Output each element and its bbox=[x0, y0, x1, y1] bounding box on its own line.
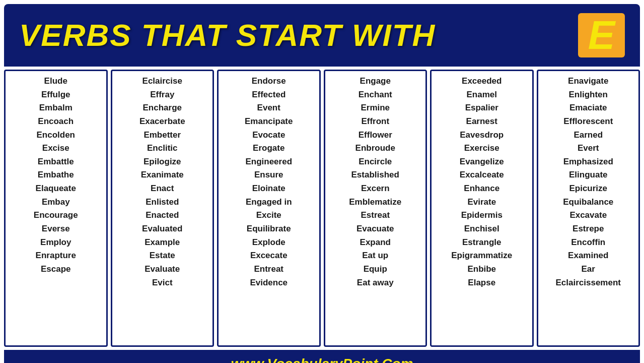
list-item: Eclaircise bbox=[142, 75, 182, 88]
list-item: Epilogize bbox=[144, 156, 181, 168]
list-item: Estrangle bbox=[462, 236, 501, 249]
list-item: Enbroude bbox=[355, 142, 395, 155]
list-item: Elude bbox=[44, 75, 67, 88]
list-item: Emblematize bbox=[349, 196, 401, 209]
list-item: Example bbox=[145, 236, 180, 249]
list-item: Explode bbox=[252, 236, 285, 249]
footer-url: www.VocabularyPoint.Com bbox=[231, 356, 413, 363]
list-item: Enact bbox=[151, 183, 174, 195]
list-item: Evaluated bbox=[142, 223, 182, 235]
list-item: Earned bbox=[574, 129, 603, 142]
column-5: ExceededEnamelEspalierEarnestEavesdropEx… bbox=[430, 70, 534, 347]
list-item: Elapse bbox=[468, 277, 495, 289]
list-item: Eavesdrop bbox=[460, 129, 504, 142]
list-item: Equibalance bbox=[563, 196, 613, 209]
list-item: Enavigate bbox=[568, 75, 608, 88]
list-item: Evict bbox=[152, 277, 173, 289]
list-item: Ensure bbox=[254, 169, 283, 182]
list-item: Evocate bbox=[252, 129, 285, 142]
list-item: Estrepe bbox=[573, 223, 604, 235]
list-item: Enamel bbox=[467, 89, 497, 101]
list-item: Epigrammatize bbox=[451, 250, 512, 262]
header-title: VERBS THAT START WITH bbox=[19, 20, 436, 51]
list-item: Emancipate bbox=[245, 115, 293, 128]
list-item: Established bbox=[351, 169, 399, 182]
list-item: Eat away bbox=[357, 277, 394, 289]
list-item: Everse bbox=[42, 223, 70, 235]
list-item: Embay bbox=[42, 196, 70, 209]
list-item: Espalier bbox=[465, 102, 498, 114]
list-item: Enrapture bbox=[36, 250, 76, 262]
list-item: Engaged in bbox=[246, 196, 292, 209]
list-item: Emaciate bbox=[569, 102, 607, 114]
list-item: Encoffin bbox=[571, 236, 605, 249]
list-item: Efflower bbox=[359, 129, 392, 142]
footer: www.VocabularyPoint.Com bbox=[4, 350, 640, 363]
list-item: Exacerbate bbox=[139, 115, 185, 128]
list-item: Eclaircissement bbox=[556, 277, 621, 289]
list-item: Elaqueate bbox=[36, 183, 76, 195]
list-item: Elinguate bbox=[569, 169, 608, 182]
list-item: Evirate bbox=[467, 196, 496, 209]
list-item: Evaluate bbox=[145, 263, 180, 276]
list-item: Embattle bbox=[38, 156, 74, 168]
list-item: Exercise bbox=[464, 142, 499, 155]
list-item: Evidence bbox=[250, 277, 288, 289]
list-item: Encharge bbox=[143, 102, 182, 114]
column-4: EngageEnchantErmineEffrontEfflowerEnbrou… bbox=[324, 70, 427, 347]
list-item: Ear bbox=[582, 263, 595, 276]
list-item: Effected bbox=[252, 89, 285, 101]
list-item: Excalceate bbox=[460, 169, 504, 182]
list-item: Enclitic bbox=[147, 142, 177, 155]
list-item: Embalm bbox=[39, 102, 73, 114]
list-item: Effulge bbox=[41, 89, 70, 101]
list-item: Effront bbox=[361, 115, 389, 128]
list-item: Excavate bbox=[569, 209, 607, 222]
header-letter: E bbox=[578, 13, 625, 57]
list-item: Excite bbox=[256, 209, 281, 222]
list-item: Epicurize bbox=[569, 183, 607, 195]
list-item: Enhance bbox=[464, 183, 499, 195]
list-item: Enchant bbox=[359, 89, 392, 101]
header: VERBS THAT START WITH E bbox=[4, 4, 640, 67]
list-item: Efflorescent bbox=[563, 115, 613, 128]
list-item: Encourage bbox=[34, 209, 78, 222]
list-item: Event bbox=[257, 102, 280, 114]
list-item: Evacuate bbox=[356, 223, 394, 235]
list-item: Endorse bbox=[252, 75, 286, 88]
list-item: Equip bbox=[364, 263, 387, 276]
list-item: Eloinate bbox=[252, 183, 285, 195]
column-3: EndorseEffectedEventEmancipateEvocateEro… bbox=[217, 70, 321, 347]
list-item: Enlisted bbox=[146, 196, 179, 209]
column-1: EludeEffulgeEmbalmEncoachEncoldenExciseE… bbox=[4, 70, 108, 347]
list-item: Evangelize bbox=[460, 156, 504, 168]
list-item: Enlighten bbox=[569, 89, 608, 101]
list-item: Epidermis bbox=[461, 209, 503, 222]
list-item: Expand bbox=[360, 236, 391, 249]
column-2: EclairciseEffrayEnchargeExacerbateEmbett… bbox=[111, 70, 214, 347]
list-item: Eat up bbox=[362, 250, 388, 262]
list-item: Encolden bbox=[36, 129, 75, 142]
list-item: Effray bbox=[150, 89, 174, 101]
list-item: Equilibrate bbox=[247, 223, 291, 235]
list-item: Employ bbox=[40, 236, 71, 249]
list-item: Encircle bbox=[359, 156, 392, 168]
column-6: EnavigateEnlightenEmaciateEfflorescentEa… bbox=[537, 70, 640, 347]
list-item: Enchisel bbox=[464, 223, 499, 235]
list-item: Emphasized bbox=[563, 156, 613, 168]
list-item: Embetter bbox=[144, 129, 181, 142]
list-item: Escape bbox=[41, 263, 71, 276]
list-item: Excecate bbox=[250, 250, 288, 262]
list-item: Enacted bbox=[146, 209, 179, 222]
list-item: Excern bbox=[361, 183, 390, 195]
list-item: Engineered bbox=[245, 156, 292, 168]
list-item: Entreat bbox=[254, 263, 283, 276]
list-item: Earnest bbox=[466, 115, 497, 128]
list-item: Estate bbox=[150, 250, 175, 262]
list-item: Encoach bbox=[38, 115, 74, 128]
list-item: Exanimate bbox=[141, 169, 184, 182]
list-item: Enbibe bbox=[467, 263, 496, 276]
list-item: Ermine bbox=[361, 102, 390, 114]
list-item: Exceeded bbox=[462, 75, 502, 88]
list-item: Embathe bbox=[38, 169, 74, 182]
